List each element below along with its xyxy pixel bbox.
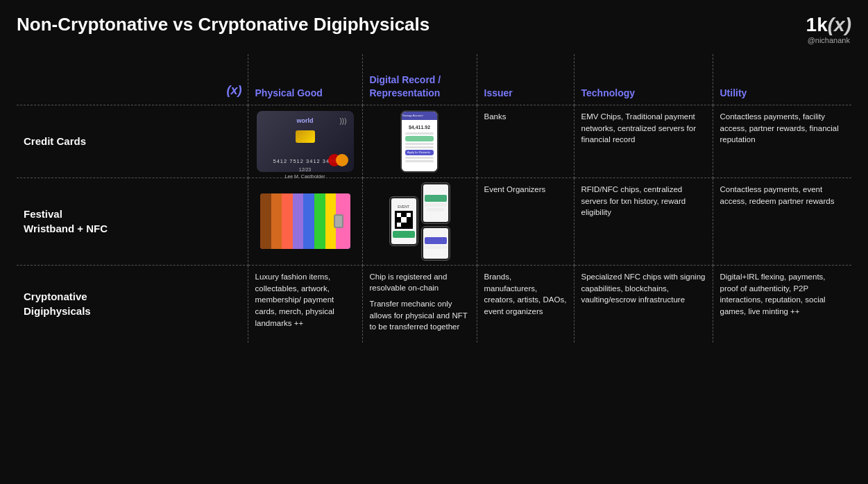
header-issuer: Issuer xyxy=(477,54,574,105)
phone-divider-1 xyxy=(405,132,434,135)
table-row-festival-wristband: Festival Wristband + NFC xyxy=(17,178,851,265)
cell-festival-technology: RFID/NFC chips, centralized servers for … xyxy=(574,178,713,265)
app-purple-bar xyxy=(425,237,447,244)
header-utility: Utility xyxy=(713,54,851,105)
phone-header: Savings Account xyxy=(400,112,439,120)
table-header-row: (x) Physical Good Digital Record / Repre… xyxy=(17,54,851,105)
app-bar-4 xyxy=(425,245,447,249)
logo-handle: @nichanank xyxy=(806,36,851,44)
phone-divider-4 xyxy=(405,157,434,159)
festival-phone-pair xyxy=(421,182,450,261)
festival-phone-2 xyxy=(421,182,450,224)
logo-area: 1k(x) @nichanank xyxy=(806,14,851,44)
main-title: Non-Cryptonative vs Cryptonative Digiphy… xyxy=(17,14,429,35)
festival-phone-3 xyxy=(421,226,450,261)
row-label-credit-cards: Credit Cards xyxy=(17,105,248,178)
card-expiry: 12/23 xyxy=(264,166,347,173)
cell-crypto-technology: Specialized NFC chips with signing capab… xyxy=(574,265,713,343)
cell-festival-digital: EVENT xyxy=(362,178,477,265)
crypto-digital-text: Chip is registered and resolvable on-cha… xyxy=(370,271,470,333)
cell-crypto-physical: Luxury fashion items, collectables, artw… xyxy=(248,265,362,343)
qr-code xyxy=(395,211,413,229)
cell-crypto-digital: Chip is registered and resolvable on-cha… xyxy=(362,265,477,343)
qr-white-3 xyxy=(397,223,401,227)
header-digital-record: Digital Record / Representation xyxy=(362,54,477,105)
qr-center xyxy=(401,217,407,223)
cell-festival-utility: Contactless payments, event access, rede… xyxy=(713,178,851,265)
wristband-image xyxy=(260,193,350,249)
festival-app-title: EVENT xyxy=(398,205,409,209)
mastercard-circle-right xyxy=(336,154,348,166)
mastercard-logo xyxy=(328,154,348,166)
table-row-cryptonative: Cryptonative Digiphysicals Luxury fashio… xyxy=(17,265,851,343)
festival-phone-screen-2 xyxy=(423,184,448,222)
cell-credit-card-technology: EMV Chips, Traditional payment networks,… xyxy=(574,105,713,178)
scan-button xyxy=(393,231,415,238)
header-physical-good: Physical Good xyxy=(248,54,362,105)
header: Non-Cryptonative vs Cryptonative Digiphy… xyxy=(17,14,851,44)
table-row-credit-cards: Credit Cards world ))) 5412 7512 3412 34… xyxy=(17,105,851,178)
logo-text: 1k(x) xyxy=(806,14,851,36)
green-bar xyxy=(405,136,434,141)
wristband-container xyxy=(253,187,358,256)
app-button: Apply for Rewards xyxy=(405,150,434,155)
cell-festival-physical xyxy=(248,178,362,265)
account-balance: $4,411.92 xyxy=(403,124,436,131)
festival-phone-display: EVENT xyxy=(367,182,473,261)
cell-credit-card-physical: world ))) 5412 7512 3412 3456 12/23 Lee … xyxy=(248,105,362,178)
app-bar-3 xyxy=(427,208,445,211)
x-corner-icon: (x) xyxy=(227,82,242,99)
comparison-table-wrapper: (x) Physical Good Digital Record / Repre… xyxy=(17,54,851,343)
wristband-buckle xyxy=(334,214,343,228)
comparison-table: (x) Physical Good Digital Record / Repre… xyxy=(17,54,851,343)
cell-credit-card-digital: Savings Account $4,411.92 Apply for Rewa… xyxy=(362,105,477,178)
card-holder: Lee M. Cardholder xyxy=(264,173,347,180)
app-green-bar xyxy=(425,195,447,202)
festival-phone-screen-1: EVENT xyxy=(391,198,416,244)
card-brand-label: world xyxy=(264,116,347,126)
festival-phone-1: EVENT xyxy=(389,196,418,246)
cell-crypto-utility: Digital+IRL flexing, payments, proof of … xyxy=(713,265,851,343)
festival-phone-screen-3 xyxy=(423,228,448,259)
page: Non-Cryptonative vs Cryptonative Digiphy… xyxy=(0,0,868,484)
row-label-cryptonative: Cryptonative Digiphysicals xyxy=(17,265,248,343)
phone-divider-5 xyxy=(405,160,434,162)
corner-cell: (x) xyxy=(17,54,248,105)
qr-white-2 xyxy=(407,213,411,217)
app-bar-2 xyxy=(425,203,447,207)
phone-divider-2 xyxy=(405,143,434,145)
phone-screen: $4,411.92 Apply for Rewards xyxy=(402,120,437,173)
cell-credit-card-utility: Contactless payments, facility access, p… xyxy=(713,105,851,178)
row-label-festival: Festival Wristband + NFC xyxy=(17,178,248,265)
chip-icon xyxy=(296,130,315,143)
header-technology: Technology xyxy=(574,54,713,105)
cell-festival-issuer: Event Organizers xyxy=(477,178,574,265)
nfc-icon: ))) xyxy=(340,116,347,126)
cell-credit-card-issuer: Banks xyxy=(477,105,574,178)
credit-card-image: world ))) 5412 7512 3412 3456 12/23 Lee … xyxy=(257,111,354,172)
bank-app-phone: Savings Account $4,411.92 Apply for Rewa… xyxy=(400,110,439,173)
phone-divider-3 xyxy=(405,146,434,148)
cell-crypto-issuer: Brands, manufacturers, creators, artists… xyxy=(477,265,574,343)
